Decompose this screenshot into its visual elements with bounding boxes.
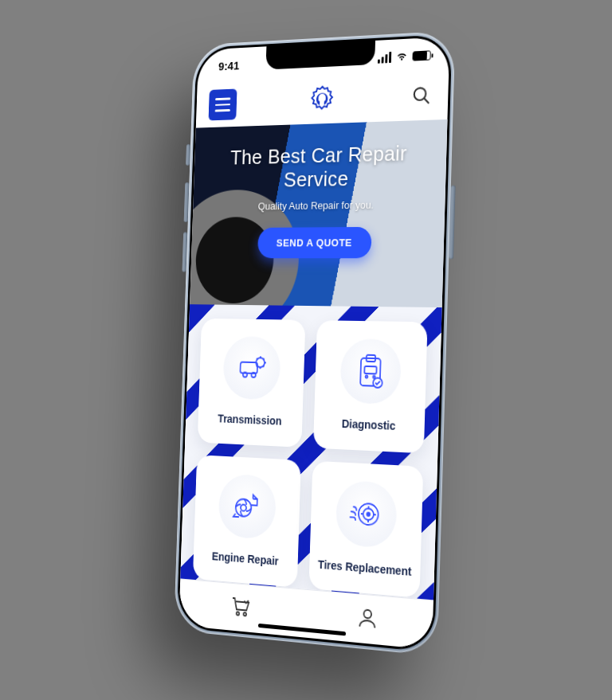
hero: The Best Car Repair Service Quality Auto… [190, 119, 447, 307]
tire-icon [335, 479, 397, 549]
signal-icon [378, 52, 391, 64]
service-card-engine-repair[interactable]: Engine Repair [193, 455, 301, 588]
screen: 9:41 [178, 37, 449, 650]
services-grid: Transmission [180, 304, 441, 600]
svg-point-19 [363, 609, 371, 618]
svg-rect-2 [240, 362, 257, 373]
svg-point-9 [365, 376, 367, 378]
tab-profile[interactable] [357, 606, 378, 632]
turbo-icon [218, 473, 277, 540]
profile-icon [357, 606, 377, 629]
service-card-diagnostic[interactable]: Diagnostic [313, 320, 428, 453]
svg-point-17 [236, 612, 239, 615]
service-card-tires-replacement[interactable]: Tires Replacement [308, 460, 423, 598]
svg-point-4 [251, 373, 256, 377]
service-label: Tires Replacement [318, 557, 412, 579]
mute-switch[interactable] [186, 144, 190, 166]
service-label: Transmission [218, 413, 282, 429]
send-quote-button[interactable]: SEND A QUOTE [257, 227, 372, 258]
svg-point-18 [243, 612, 246, 616]
search-button[interactable] [411, 84, 435, 110]
status-indicators [378, 49, 431, 63]
volume-down-button[interactable] [182, 232, 187, 272]
car-gear-icon [222, 336, 281, 401]
battery-icon [412, 50, 430, 61]
power-button[interactable] [449, 186, 456, 260]
svg-point-16 [367, 512, 370, 515]
volume-up-button[interactable] [184, 182, 190, 222]
svg-point-10 [372, 376, 375, 378]
wifi-icon [396, 52, 409, 62]
svg-point-12 [235, 499, 251, 517]
service-label: Engine Repair [212, 549, 279, 569]
hero-subtitle: Quality Auto Repair for you. [258, 198, 375, 212]
status-time: 9:41 [218, 58, 240, 72]
cart-icon [230, 595, 252, 617]
clipboard-check-icon [339, 338, 402, 405]
app-logo-icon [307, 83, 337, 119]
svg-line-1 [424, 99, 428, 104]
service-label: Diagnostic [342, 417, 396, 434]
svg-point-13 [240, 504, 245, 510]
menu-button[interactable] [209, 88, 237, 120]
hero-title: The Best Car Repair Service [206, 141, 433, 194]
phone-frame: 9:41 [174, 30, 455, 656]
service-card-transmission[interactable]: Transmission [198, 319, 306, 448]
search-icon [411, 84, 432, 106]
tab-cart[interactable] [230, 595, 252, 620]
svg-rect-8 [364, 366, 376, 374]
svg-point-3 [242, 372, 247, 377]
